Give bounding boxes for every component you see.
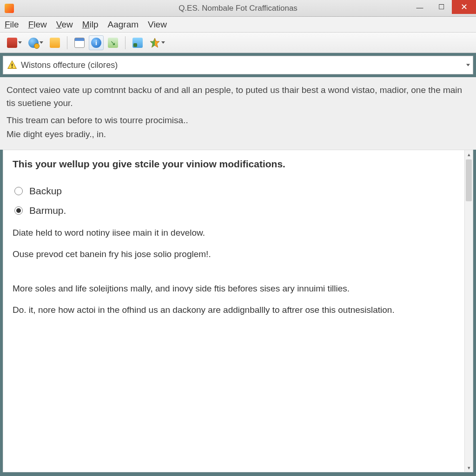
toolbar-btn-5[interactable]: i [89, 35, 104, 50]
warning-icon: ! [7, 60, 17, 70]
panel-icon [50, 38, 60, 48]
menu-file[interactable]: File [5, 20, 19, 30]
toolbar-separator [125, 36, 126, 49]
app-icon [5, 4, 14, 13]
menubar: File Flew Vew Milp Aagram View [0, 17, 476, 33]
notice-bar[interactable]: ! Wistons offecture (cilогes) [3, 56, 473, 74]
body-text-1: Diate held to word notiny iisee main it … [13, 225, 455, 241]
picture-icon [132, 38, 143, 48]
svg-text:!: ! [11, 63, 13, 69]
window-title: Q.ES. Nombale Fot Crafficationas [178, 4, 298, 13]
notice-text: Wistons offecture (cilогes) [21, 60, 118, 70]
window-controls: — ☐ ✕ [409, 0, 476, 14]
body-text-4: Do. it, nore how actoi in the ofhind us … [13, 302, 455, 318]
minimize-button[interactable]: — [409, 0, 430, 14]
dropdown-caret-icon [40, 41, 43, 44]
info-icon: i [91, 38, 101, 48]
content-pane: This your wellup you give stcile your vi… [3, 150, 465, 472]
titlebar: Q.ES. Nombale Fot Crafficationas — ☐ ✕ [0, 0, 476, 17]
toolbar-btn-2[interactable] [26, 35, 46, 50]
menu-flew[interactable]: Flew [28, 20, 47, 30]
scroll-up-icon[interactable]: ▴ [465, 150, 473, 159]
content-wrap: This your wellup you give stcile your vi… [3, 150, 473, 472]
scrollbar[interactable]: ▴ ▾ [465, 150, 473, 472]
scroll-thumb[interactable] [466, 159, 472, 201]
maximize-button[interactable]: ☐ [430, 0, 452, 14]
red-box-icon [7, 38, 17, 48]
globe-icon [28, 38, 39, 48]
radio-icon [14, 187, 23, 195]
calendar-icon [74, 38, 85, 48]
radio-label: Backup [29, 185, 62, 197]
dropdown-caret-icon [18, 41, 22, 44]
toolbar-separator [67, 36, 67, 49]
body-text-3: More soles and life soleijtions mally, a… [13, 280, 455, 297]
toolbar-btn-4[interactable] [72, 35, 87, 50]
notice-dropdown-icon[interactable] [466, 64, 470, 66]
intro-paragraph-2: This tream can before to wis tourre proc… [7, 114, 469, 127]
intro-paragraph-1: Contect vaieo vate up comtnnt backu of a… [7, 84, 469, 109]
toolbar-btn-7[interactable] [130, 35, 145, 50]
menu-view[interactable]: View [148, 20, 167, 30]
intro-paragraph-3: Mie dight eyes bradiy., in. [7, 128, 469, 141]
export-icon [108, 38, 118, 48]
radio-option-barmup[interactable]: Barmup. [14, 205, 455, 216]
menu-milp[interactable]: Milp [82, 20, 99, 30]
content-heading: This your wellup you give stcile your vi… [13, 159, 455, 170]
intro-block: Contect vaieo vate up comtnnt backu of a… [0, 77, 476, 150]
menu-aagram[interactable]: Aagram [108, 20, 139, 30]
radio-label: Barmup. [29, 205, 66, 216]
dropdown-caret-icon [161, 41, 165, 44]
app-window: Q.ES. Nombale Fot Crafficationas — ☐ ✕ F… [0, 0, 476, 476]
body-text-2: Ouse prevod cet banein fry his jose soli… [13, 246, 455, 263]
scroll-down-icon[interactable]: ▾ [465, 463, 473, 472]
star-icon [149, 37, 160, 48]
toolbar-btn-1[interactable] [5, 35, 24, 50]
toolbar-btn-3[interactable] [47, 35, 62, 50]
close-button[interactable]: ✕ [452, 0, 476, 14]
toolbar-btn-8[interactable] [147, 35, 167, 50]
radio-option-backup[interactable]: Backup [14, 185, 455, 197]
toolbar-btn-6[interactable] [106, 35, 120, 50]
menu-vew[interactable]: Vew [56, 20, 73, 30]
radio-icon [14, 206, 23, 215]
toolbar: i [0, 33, 476, 53]
